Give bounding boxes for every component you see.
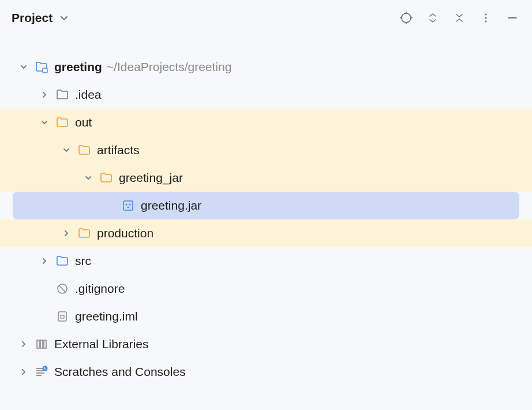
- more-icon[interactable]: [478, 10, 494, 26]
- svg-point-13: [127, 206, 129, 208]
- node-label: .gitignore: [75, 282, 125, 296]
- folder-orange-icon: [99, 171, 113, 185]
- tool-window-header: Project: [0, 0, 532, 36]
- chevron-down-icon[interactable]: [60, 144, 73, 156]
- chevron-right-icon[interactable]: [17, 338, 30, 351]
- svg-rect-19: [40, 340, 43, 348]
- svg-point-0: [402, 13, 411, 23]
- node-label: out: [75, 115, 92, 129]
- node-label: greeting.iml: [75, 310, 138, 323]
- svg-rect-20: [44, 340, 46, 348]
- node-label: artifacts: [97, 143, 140, 157]
- source-folder-icon: [55, 254, 69, 268]
- node-label: Scratches and Consoles: [54, 365, 186, 379]
- project-tree: greeting ~/IdeaProjects/greeting .idea o…: [0, 36, 532, 386]
- jar-file-icon: [121, 199, 135, 213]
- folder-orange-icon: [77, 226, 91, 240]
- node-label: greeting_jar: [119, 171, 183, 185]
- ignore-file-icon: [55, 282, 69, 296]
- node-label: .idea: [75, 88, 102, 102]
- svg-rect-9: [43, 68, 47, 73]
- library-icon: [35, 337, 48, 351]
- tree-node-idea[interactable]: .idea: [0, 81, 532, 109]
- node-label: greeting.jar: [141, 199, 201, 213]
- chevron-down-icon[interactable]: [82, 172, 95, 184]
- chevron-right-icon[interactable]: [17, 366, 30, 378]
- svg-point-7: [485, 20, 486, 22]
- iml-file-icon: [55, 310, 69, 323]
- node-path: ~/IdeaProjects/greeting: [107, 60, 232, 74]
- tree-node-root[interactable]: greeting ~/IdeaProjects/greeting: [0, 53, 532, 81]
- svg-point-11: [125, 203, 127, 205]
- svg-point-12: [129, 203, 130, 205]
- node-label: greeting: [54, 60, 102, 74]
- header-left: Project: [12, 10, 72, 26]
- tree-node-greeting-jar-folder[interactable]: greeting_jar: [0, 164, 532, 192]
- chevron-right-icon[interactable]: [60, 227, 73, 240]
- tree-node-gitignore[interactable]: .gitignore: [0, 275, 532, 303]
- tree-node-artifacts[interactable]: artifacts: [0, 136, 532, 164]
- tool-window-title: Project: [12, 11, 53, 25]
- collapse-icon[interactable]: [451, 10, 467, 26]
- header-actions: [398, 10, 520, 26]
- svg-point-25: [43, 366, 48, 371]
- node-label: production: [97, 226, 153, 240]
- chevron-down-icon[interactable]: [56, 10, 72, 26]
- tree-node-greeting-jar-file[interactable]: greeting.jar: [13, 192, 519, 219]
- svg-rect-17: [61, 315, 64, 318]
- tree-node-iml[interactable]: greeting.iml: [0, 303, 532, 330]
- module-folder-icon: [35, 60, 48, 74]
- svg-point-6: [485, 17, 486, 18]
- chevron-down-icon[interactable]: [38, 116, 51, 129]
- node-label: src: [75, 254, 91, 268]
- scratches-icon: [35, 365, 48, 379]
- folder-orange-icon: [55, 115, 69, 129]
- svg-rect-10: [123, 201, 133, 210]
- tree-node-production[interactable]: production: [0, 219, 532, 247]
- node-label: External Libraries: [54, 337, 148, 351]
- svg-rect-18: [37, 340, 39, 348]
- tree-node-scratches[interactable]: Scratches and Consoles: [0, 358, 532, 386]
- svg-rect-16: [58, 312, 66, 321]
- svg-point-5: [485, 13, 486, 15]
- chevron-right-icon[interactable]: [38, 88, 51, 101]
- folder-orange-icon: [77, 143, 91, 157]
- target-icon[interactable]: [398, 10, 414, 26]
- expand-collapse-icon[interactable]: [425, 10, 441, 26]
- svg-line-15: [59, 286, 66, 292]
- tree-node-out[interactable]: out: [0, 109, 532, 136]
- chevron-right-icon[interactable]: [38, 255, 51, 267]
- chevron-down-icon[interactable]: [17, 61, 30, 73]
- folder-icon: [55, 88, 69, 102]
- minimize-icon[interactable]: [504, 10, 520, 26]
- tree-node-src[interactable]: src: [0, 247, 532, 275]
- tree-node-external-libraries[interactable]: External Libraries: [0, 330, 532, 358]
